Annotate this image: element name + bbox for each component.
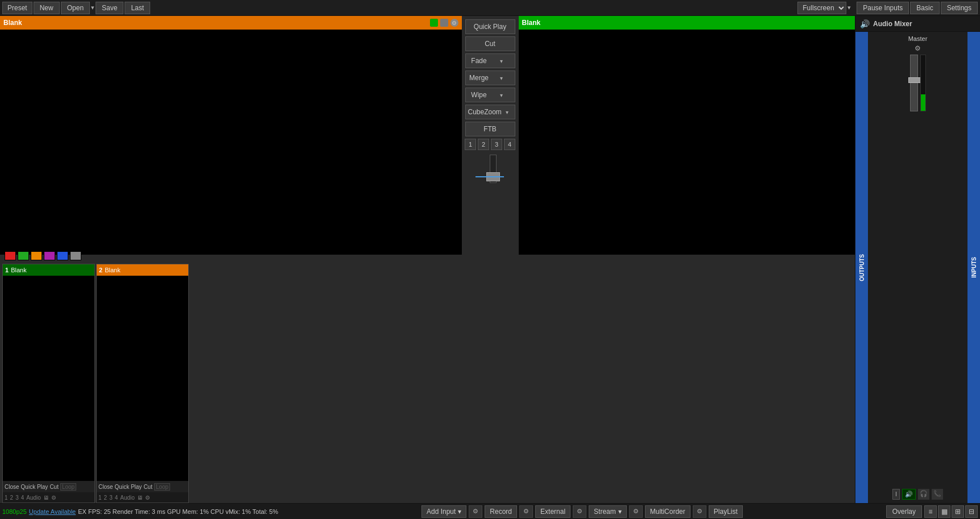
source-1-n3[interactable]: 3 [15,495,19,501]
source-1-audio[interactable]: Audio [26,495,41,501]
trans-num-1[interactable]: 1 [465,139,476,150]
mute-icon[interactable]: I [892,489,900,500]
source-1-n4[interactable]: 4 [21,495,24,501]
preview-panel: Blank ⚙ [0,16,462,255]
source-1-close[interactable]: Close [5,484,19,490]
source-2-quickplay[interactable]: Quick Play [115,484,142,490]
source-1-quickplay[interactable]: Quick Play [21,484,48,490]
source-2-n2[interactable]: 2 [104,495,107,501]
source-1-settings-icon[interactable]: ⚙ [51,495,56,501]
playlist-button[interactable]: PlayList [709,505,743,518]
stream-label: Stream [594,508,616,516]
multicorder-label: MultiCorder [650,508,685,516]
source-1-name: Blank [11,267,27,273]
preview-gear-icon[interactable]: ⚙ [450,19,458,27]
last-button[interactable]: Last [125,2,150,14]
open-button[interactable]: Open [61,2,90,14]
source-1-loop[interactable]: Loop [60,483,76,491]
source-2-settings-icon[interactable]: ⚙ [145,495,150,501]
fader-knob[interactable] [908,77,921,83]
preview-minimize-icon[interactable] [440,19,448,27]
source-2-monitor-icon[interactable]: 🖥 [137,495,143,501]
audio-mixer-panel: 🔊 Audio Mixer OUTPUTS Master ⚙ I � [855,16,980,503]
t-bar-line [475,176,504,177]
pause-inputs-button[interactable]: Pause Inputs [857,2,909,14]
swatch-green[interactable] [18,251,29,260]
swatch-red[interactable] [5,251,16,260]
t-bar[interactable] [465,155,515,189]
master-gear-icon[interactable]: ⚙ [915,44,921,52]
audio-speaker-icon: 🔊 [860,19,870,28]
fade-button[interactable]: Fade ▾ [465,53,515,68]
vu-fill [921,94,925,111]
source-2-audio[interactable]: Audio [120,495,135,501]
phone-icon[interactable]: 📞 [932,489,943,500]
swatch-purple[interactable] [44,251,55,260]
source-1-preview [3,276,94,481]
open-arrow[interactable]: ▾ [91,4,94,11]
source-1-cut[interactable]: Cut [49,484,59,490]
source-2-row2: 1 2 3 4 Audio 🖥 ⚙ [97,492,188,503]
playlist-label: PlayList [714,508,738,516]
multicorder-button[interactable]: MultiCorder [645,505,690,518]
add-input-button[interactable]: Add Input ▾ [421,505,466,518]
merge-button[interactable]: Merge ▾ [465,70,515,85]
add-input-arrow[interactable]: ▾ [458,508,461,516]
trans-num-3[interactable]: 3 [491,139,502,150]
multicorder-gear[interactable]: ⚙ [693,505,706,518]
fullscreen-select[interactable]: Fullscreen [797,2,846,14]
source-2-cut[interactable]: Cut [143,484,152,490]
view-icon-small[interactable]: ⊟ [965,505,978,518]
swatches-row [0,248,855,264]
trans-num-4[interactable]: 4 [504,139,515,150]
view-icon-list[interactable]: ≡ [924,505,937,518]
cubezoom-button[interactable]: CubeZoom ▾ [465,105,515,119]
add-input-gear[interactable]: ⚙ [469,505,482,518]
unmute-icon[interactable]: 🔊 [902,489,916,500]
record-button[interactable]: Record [485,505,517,518]
basic-button[interactable]: Basic [910,2,939,14]
sources-wrapper: 1 Blank Close Quick Play Cut Loop 1 2 3 … [0,248,855,503]
save-button[interactable]: Save [96,2,123,14]
add-input-label: Add Input [427,508,456,516]
source-2-close[interactable]: Close [98,484,113,490]
stream-button[interactable]: Stream ▾ [589,505,627,518]
quick-play-button[interactable]: Quick Play [465,19,515,34]
fader-track[interactable] [910,55,918,111]
external-button[interactable]: External [535,505,570,518]
cut-button[interactable]: Cut [465,36,515,51]
outputs-button[interactable]: OUTPUTS [855,32,868,503]
preview-green-icon[interactable] [430,19,438,27]
swatch-blue[interactable] [57,251,68,260]
swatch-orange[interactable] [31,251,42,260]
view-icon-grid[interactable]: ▦ [938,505,950,518]
source-1-n2[interactable]: 2 [10,495,14,501]
ftb-button[interactable]: FTB [465,122,515,136]
source-1-n1[interactable]: 1 [5,495,8,501]
external-gear[interactable]: ⚙ [573,505,586,518]
overlay-button[interactable]: Overlay [886,505,922,518]
headphone-icon[interactable]: 🎧 [918,489,929,500]
source-2-n3[interactable]: 3 [109,495,113,501]
swatch-gray[interactable] [70,251,81,260]
new-button[interactable]: New [34,2,60,14]
transition-numbers: 1 2 3 4 [465,139,515,150]
wipe-button[interactable]: Wipe ▾ [465,88,515,102]
source-1-row2: 1 2 3 4 Audio 🖥 ⚙ [3,492,94,503]
inputs-button[interactable]: INPUTS [967,32,980,503]
source-2: 2 Blank Close Quick Play Cut Loop 1 2 3 … [96,264,189,503]
source-2-preview [97,276,188,481]
record-gear[interactable]: ⚙ [519,505,533,518]
fullscreen-arrow[interactable]: ▾ [847,4,851,11]
source-2-n1[interactable]: 1 [98,495,102,501]
update-available-link[interactable]: Update Available [29,508,76,515]
settings-button[interactable]: Settings [941,2,978,14]
source-2-n4[interactable]: 4 [115,495,118,501]
source-1-monitor-icon[interactable]: 🖥 [43,495,49,501]
trans-num-2[interactable]: 2 [478,139,489,150]
mixer-body: OUTPUTS Master ⚙ I 🔊 🎧 📞 [855,32,980,503]
view-icon-large[interactable]: ⊞ [952,505,964,518]
stream-arrow[interactable]: ▾ [618,508,622,516]
stream-gear[interactable]: ⚙ [629,505,643,518]
source-2-loop[interactable]: Loop [154,483,170,491]
